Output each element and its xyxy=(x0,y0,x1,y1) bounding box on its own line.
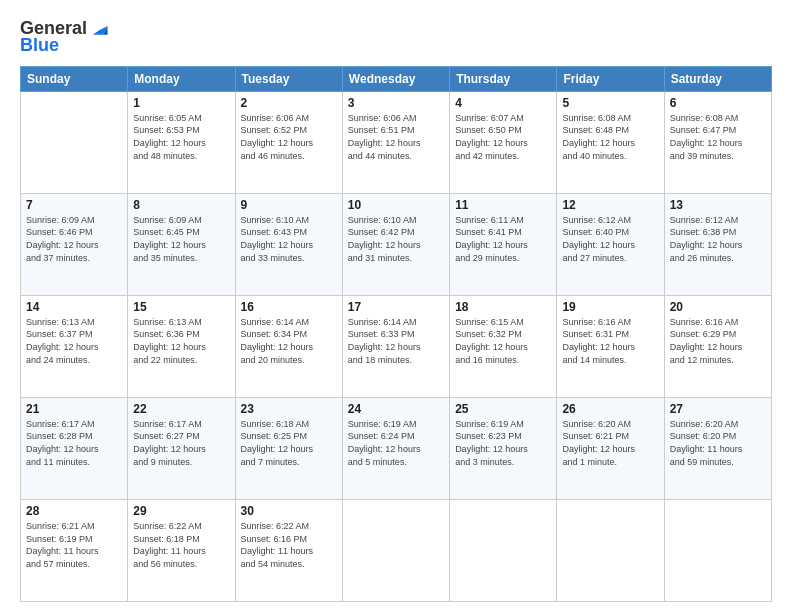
calendar-cell: 1Sunrise: 6:05 AM Sunset: 6:53 PM Daylig… xyxy=(128,91,235,193)
calendar-cell: 10Sunrise: 6:10 AM Sunset: 6:42 PM Dayli… xyxy=(342,193,449,295)
day-info: Sunrise: 6:12 AM Sunset: 6:38 PM Dayligh… xyxy=(670,214,766,264)
calendar-cell: 3Sunrise: 6:06 AM Sunset: 6:51 PM Daylig… xyxy=(342,91,449,193)
calendar-cell: 30Sunrise: 6:22 AM Sunset: 6:16 PM Dayli… xyxy=(235,499,342,601)
day-number: 19 xyxy=(562,300,658,314)
calendar-cell: 4Sunrise: 6:07 AM Sunset: 6:50 PM Daylig… xyxy=(450,91,557,193)
day-number: 24 xyxy=(348,402,444,416)
calendar-cell: 2Sunrise: 6:06 AM Sunset: 6:52 PM Daylig… xyxy=(235,91,342,193)
day-info: Sunrise: 6:19 AM Sunset: 6:24 PM Dayligh… xyxy=(348,418,444,468)
calendar-cell: 15Sunrise: 6:13 AM Sunset: 6:36 PM Dayli… xyxy=(128,295,235,397)
day-number: 7 xyxy=(26,198,122,212)
day-info: Sunrise: 6:07 AM Sunset: 6:50 PM Dayligh… xyxy=(455,112,551,162)
calendar-cell: 22Sunrise: 6:17 AM Sunset: 6:27 PM Dayli… xyxy=(128,397,235,499)
day-info: Sunrise: 6:10 AM Sunset: 6:43 PM Dayligh… xyxy=(241,214,337,264)
calendar-cell: 7Sunrise: 6:09 AM Sunset: 6:46 PM Daylig… xyxy=(21,193,128,295)
col-header-sunday: Sunday xyxy=(21,66,128,91)
day-info: Sunrise: 6:08 AM Sunset: 6:48 PM Dayligh… xyxy=(562,112,658,162)
calendar-cell: 16Sunrise: 6:14 AM Sunset: 6:34 PM Dayli… xyxy=(235,295,342,397)
logo: General Blue xyxy=(20,18,109,56)
col-header-saturday: Saturday xyxy=(664,66,771,91)
day-info: Sunrise: 6:05 AM Sunset: 6:53 PM Dayligh… xyxy=(133,112,229,162)
calendar-cell xyxy=(21,91,128,193)
col-header-monday: Monday xyxy=(128,66,235,91)
calendar-cell: 6Sunrise: 6:08 AM Sunset: 6:47 PM Daylig… xyxy=(664,91,771,193)
day-info: Sunrise: 6:13 AM Sunset: 6:37 PM Dayligh… xyxy=(26,316,122,366)
day-info: Sunrise: 6:21 AM Sunset: 6:19 PM Dayligh… xyxy=(26,520,122,570)
day-number: 18 xyxy=(455,300,551,314)
day-number: 17 xyxy=(348,300,444,314)
day-number: 3 xyxy=(348,96,444,110)
day-number: 9 xyxy=(241,198,337,212)
calendar-cell: 28Sunrise: 6:21 AM Sunset: 6:19 PM Dayli… xyxy=(21,499,128,601)
calendar-cell: 19Sunrise: 6:16 AM Sunset: 6:31 PM Dayli… xyxy=(557,295,664,397)
calendar-cell: 14Sunrise: 6:13 AM Sunset: 6:37 PM Dayli… xyxy=(21,295,128,397)
week-row-2: 7Sunrise: 6:09 AM Sunset: 6:46 PM Daylig… xyxy=(21,193,772,295)
col-header-tuesday: Tuesday xyxy=(235,66,342,91)
day-number: 20 xyxy=(670,300,766,314)
calendar-header-row: SundayMondayTuesdayWednesdayThursdayFrid… xyxy=(21,66,772,91)
day-info: Sunrise: 6:17 AM Sunset: 6:27 PM Dayligh… xyxy=(133,418,229,468)
day-info: Sunrise: 6:20 AM Sunset: 6:21 PM Dayligh… xyxy=(562,418,658,468)
day-number: 22 xyxy=(133,402,229,416)
page: General Blue SundayMondayTuesdayWednesda… xyxy=(0,0,792,612)
calendar-cell: 8Sunrise: 6:09 AM Sunset: 6:45 PM Daylig… xyxy=(128,193,235,295)
day-number: 5 xyxy=(562,96,658,110)
day-info: Sunrise: 6:20 AM Sunset: 6:20 PM Dayligh… xyxy=(670,418,766,468)
calendar-cell: 23Sunrise: 6:18 AM Sunset: 6:25 PM Dayli… xyxy=(235,397,342,499)
day-info: Sunrise: 6:10 AM Sunset: 6:42 PM Dayligh… xyxy=(348,214,444,264)
day-number: 12 xyxy=(562,198,658,212)
day-number: 30 xyxy=(241,504,337,518)
calendar-cell xyxy=(557,499,664,601)
calendar-cell: 27Sunrise: 6:20 AM Sunset: 6:20 PM Dayli… xyxy=(664,397,771,499)
logo-text-blue: Blue xyxy=(20,36,59,56)
day-info: Sunrise: 6:15 AM Sunset: 6:32 PM Dayligh… xyxy=(455,316,551,366)
day-info: Sunrise: 6:19 AM Sunset: 6:23 PM Dayligh… xyxy=(455,418,551,468)
day-info: Sunrise: 6:12 AM Sunset: 6:40 PM Dayligh… xyxy=(562,214,658,264)
calendar-cell: 21Sunrise: 6:17 AM Sunset: 6:28 PM Dayli… xyxy=(21,397,128,499)
day-number: 29 xyxy=(133,504,229,518)
day-number: 2 xyxy=(241,96,337,110)
calendar-cell: 20Sunrise: 6:16 AM Sunset: 6:29 PM Dayli… xyxy=(664,295,771,397)
day-number: 11 xyxy=(455,198,551,212)
day-number: 15 xyxy=(133,300,229,314)
day-number: 10 xyxy=(348,198,444,212)
calendar-cell: 26Sunrise: 6:20 AM Sunset: 6:21 PM Dayli… xyxy=(557,397,664,499)
calendar-cell xyxy=(664,499,771,601)
day-number: 8 xyxy=(133,198,229,212)
day-info: Sunrise: 6:22 AM Sunset: 6:18 PM Dayligh… xyxy=(133,520,229,570)
logo-icon xyxy=(87,18,109,40)
header: General Blue xyxy=(20,18,772,56)
day-number: 27 xyxy=(670,402,766,416)
week-row-1: 1Sunrise: 6:05 AM Sunset: 6:53 PM Daylig… xyxy=(21,91,772,193)
day-info: Sunrise: 6:09 AM Sunset: 6:45 PM Dayligh… xyxy=(133,214,229,264)
day-number: 28 xyxy=(26,504,122,518)
day-number: 13 xyxy=(670,198,766,212)
day-info: Sunrise: 6:11 AM Sunset: 6:41 PM Dayligh… xyxy=(455,214,551,264)
day-info: Sunrise: 6:14 AM Sunset: 6:34 PM Dayligh… xyxy=(241,316,337,366)
calendar-cell: 11Sunrise: 6:11 AM Sunset: 6:41 PM Dayli… xyxy=(450,193,557,295)
calendar-cell: 17Sunrise: 6:14 AM Sunset: 6:33 PM Dayli… xyxy=(342,295,449,397)
calendar-cell: 5Sunrise: 6:08 AM Sunset: 6:48 PM Daylig… xyxy=(557,91,664,193)
day-info: Sunrise: 6:08 AM Sunset: 6:47 PM Dayligh… xyxy=(670,112,766,162)
day-info: Sunrise: 6:16 AM Sunset: 6:31 PM Dayligh… xyxy=(562,316,658,366)
col-header-wednesday: Wednesday xyxy=(342,66,449,91)
day-info: Sunrise: 6:22 AM Sunset: 6:16 PM Dayligh… xyxy=(241,520,337,570)
day-number: 4 xyxy=(455,96,551,110)
day-info: Sunrise: 6:09 AM Sunset: 6:46 PM Dayligh… xyxy=(26,214,122,264)
day-number: 23 xyxy=(241,402,337,416)
week-row-3: 14Sunrise: 6:13 AM Sunset: 6:37 PM Dayli… xyxy=(21,295,772,397)
day-info: Sunrise: 6:18 AM Sunset: 6:25 PM Dayligh… xyxy=(241,418,337,468)
day-info: Sunrise: 6:14 AM Sunset: 6:33 PM Dayligh… xyxy=(348,316,444,366)
day-info: Sunrise: 6:06 AM Sunset: 6:51 PM Dayligh… xyxy=(348,112,444,162)
day-info: Sunrise: 6:16 AM Sunset: 6:29 PM Dayligh… xyxy=(670,316,766,366)
calendar-table: SundayMondayTuesdayWednesdayThursdayFrid… xyxy=(20,66,772,602)
col-header-thursday: Thursday xyxy=(450,66,557,91)
calendar-cell: 13Sunrise: 6:12 AM Sunset: 6:38 PM Dayli… xyxy=(664,193,771,295)
calendar-cell: 18Sunrise: 6:15 AM Sunset: 6:32 PM Dayli… xyxy=(450,295,557,397)
calendar-cell: 9Sunrise: 6:10 AM Sunset: 6:43 PM Daylig… xyxy=(235,193,342,295)
day-number: 14 xyxy=(26,300,122,314)
day-number: 21 xyxy=(26,402,122,416)
week-row-4: 21Sunrise: 6:17 AM Sunset: 6:28 PM Dayli… xyxy=(21,397,772,499)
day-info: Sunrise: 6:17 AM Sunset: 6:28 PM Dayligh… xyxy=(26,418,122,468)
week-row-5: 28Sunrise: 6:21 AM Sunset: 6:19 PM Dayli… xyxy=(21,499,772,601)
